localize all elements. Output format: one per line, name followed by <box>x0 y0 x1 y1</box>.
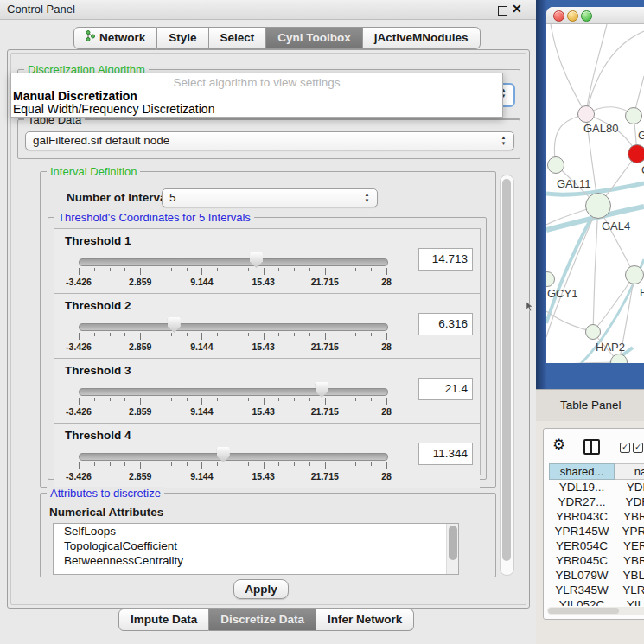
threshold-label: Threshold 3 <box>65 364 131 377</box>
network-node-label: H <box>640 286 644 299</box>
table-row[interactable]: YDL19...YDL19... <box>549 480 644 494</box>
control-panel-titlebar: Control Panel ✕ <box>0 0 536 20</box>
tab-style[interactable]: Style <box>157 27 208 49</box>
attributes-group-title: Attributes to discretize <box>47 487 164 500</box>
network-node[interactable] <box>625 265 644 284</box>
table-cell-shared-name: YIL052C <box>549 597 615 606</box>
slider-tick-labels: -3.4262.8599.14415.4321.71528 <box>79 406 386 417</box>
threshold-slider-track[interactable] <box>79 323 388 331</box>
table-row[interactable]: YPR145WYPR145W <box>549 524 644 539</box>
table-row[interactable]: YBL079WYBL079W <box>549 568 644 583</box>
table-panel-body: ⚙ ✓ ✓ shared... name YDL19...YDL19...YDR… <box>536 421 644 644</box>
table-data-combo[interactable]: galFiltered.sif default node ▲▼ <box>25 131 514 150</box>
table-data-groupbox: Table Data galFiltered.sif default node … <box>17 119 520 159</box>
numerical-attributes-label: Numerical Attributes <box>49 506 163 519</box>
interval-definition-title: Interval Definition <box>47 165 140 178</box>
table-row[interactable]: YBR045CYBR045C <box>549 553 644 568</box>
algorithm-option-equal-width-frequency-discretization[interactable]: Equal Width/Frequency Discretization <box>13 102 214 116</box>
num-intervals-combo[interactable]: 5 ▲▼ <box>162 188 378 207</box>
column-header-name[interactable]: name <box>615 463 644 480</box>
float-icon[interactable] <box>498 6 507 16</box>
slider-ticks <box>79 333 386 341</box>
close-icon[interactable]: ✕ <box>512 2 522 16</box>
threshold-slider-track[interactable] <box>79 453 388 461</box>
threshold-slider-track[interactable] <box>79 258 388 266</box>
threshold-row: Threshold 3-3.4262.8599.14415.4321.71528… <box>54 359 480 424</box>
network-node[interactable] <box>625 107 642 124</box>
network-node-label: GCY1 <box>547 287 577 300</box>
table-cell-name: YER054C <box>615 539 644 553</box>
network-node[interactable] <box>585 324 601 340</box>
algorithm-option-manual-discretization[interactable]: Manual Discretization <box>13 89 137 103</box>
tab-label: Select <box>220 28 255 48</box>
checkbox-icon[interactable]: ✓ <box>620 443 630 453</box>
tab-discretize-data[interactable]: Discretize Data <box>209 609 316 631</box>
network-node-label: GAL11 <box>557 177 591 190</box>
tab-label: Style <box>169 28 196 48</box>
threshold-slider-track[interactable] <box>79 388 388 396</box>
horizontal-scrollbar-thumb[interactable] <box>548 608 619 614</box>
horizontal-scrollbar[interactable] <box>547 607 644 615</box>
tab-jactivemnodules[interactable]: jActiveMNodules <box>363 27 481 49</box>
table-row[interactable]: YBR043CYBR043C <box>549 509 644 524</box>
table-cell-name: YBR043C <box>615 509 644 524</box>
table-header-row: shared... name <box>549 463 644 480</box>
table-row[interactable]: YIL052CYIL052C <box>549 597 644 606</box>
network-window-frame: GAL80GCGAL11GAL4HGCY1HAP2 <box>536 0 644 389</box>
close-traffic-light-icon[interactable] <box>553 10 564 22</box>
table-cell-shared-name: YBR043C <box>549 509 615 524</box>
attribute-list-item[interactable]: BetweennessCentrality <box>54 553 458 568</box>
bottom-tab-bar: Impute DataDiscretize DataInfer Network <box>118 609 414 629</box>
minimize-traffic-light-icon[interactable] <box>567 10 578 22</box>
threshold-value-field[interactable]: 21.4 <box>418 378 473 400</box>
apply-button[interactable]: Apply <box>233 579 289 599</box>
threshold-label: Threshold 1 <box>65 234 131 247</box>
threshold-value-field[interactable]: 6.316 <box>418 313 473 335</box>
zoom-traffic-light-icon[interactable] <box>581 10 592 22</box>
slider-ticks <box>79 462 386 470</box>
network-node-label: G <box>638 129 644 142</box>
table-cell-shared-name: YBL079W <box>549 568 615 583</box>
network-node[interactable] <box>585 193 611 219</box>
network-canvas[interactable]: GAL80GCGAL11GAL4HGCY1HAP2 <box>546 24 644 363</box>
tab-network[interactable]: Network <box>73 27 157 49</box>
list-scrollbar[interactable] <box>446 524 458 574</box>
threshold-value-field[interactable]: 14.713 <box>418 248 473 271</box>
attributes-groupbox: Attributes to discretize Numerical Attri… <box>40 493 496 577</box>
checkbox-icon[interactable]: ✓ <box>633 443 643 453</box>
table-row[interactable]: YDR27...YDR27... <box>549 494 644 509</box>
threshold-label: Threshold 2 <box>65 299 131 312</box>
tab-infer-network[interactable]: Infer Network <box>316 609 414 631</box>
slider-tick-labels: -3.4262.8599.14415.4321.71528 <box>79 471 386 481</box>
table-cell-name: YLR345W <box>615 583 644 597</box>
split-view-icon[interactable] <box>583 439 600 455</box>
tab-label: Network <box>99 28 145 48</box>
vertical-scrollbar-thumb[interactable] <box>502 179 511 561</box>
network-node[interactable] <box>628 144 644 163</box>
list-scrollbar-thumb[interactable] <box>449 526 457 560</box>
table-row[interactable]: YER054CYER054C <box>549 539 644 553</box>
tab-label: Impute Data <box>131 609 197 630</box>
column-header-shared-name[interactable]: shared... <box>549 463 615 480</box>
tab-cyni-toolbox[interactable]: Cyni Toolbox <box>266 27 363 49</box>
attribute-list-item[interactable]: TopologicalCoefficient <box>54 539 458 553</box>
network-node[interactable] <box>547 156 564 174</box>
tab-impute-data[interactable]: Impute Data <box>118 609 209 631</box>
slider-ticks <box>79 268 386 276</box>
tab-label: Cyni Toolbox <box>277 28 351 48</box>
table-row[interactable]: YLR345WYLR345W <box>549 583 644 597</box>
table-cell-shared-name: YPR145W <box>549 524 615 539</box>
gear-icon[interactable]: ⚙ <box>552 436 565 454</box>
slider-ticks <box>79 398 386 405</box>
table-panel-card: ⚙ ✓ ✓ shared... name YDL19...YDL19...YDR… <box>543 428 644 620</box>
interval-definition-groupbox: Interval Definition Number of Intervals … <box>40 171 496 488</box>
network-node[interactable] <box>577 105 595 123</box>
num-intervals-value: 5 <box>169 191 176 204</box>
vertical-scrollbar[interactable] <box>500 175 514 576</box>
slider-tick-labels: -3.4262.8599.14415.4321.71528 <box>79 277 386 287</box>
tab-select[interactable]: Select <box>209 27 267 49</box>
threshold-value-field[interactable]: 11.344 <box>418 443 473 465</box>
threshold-row: Threshold 1-3.4262.8599.14415.4321.71528… <box>54 229 480 294</box>
stepper-icon: ▲▼ <box>500 135 507 147</box>
attribute-list-item[interactable]: SelfLoops <box>54 524 458 539</box>
